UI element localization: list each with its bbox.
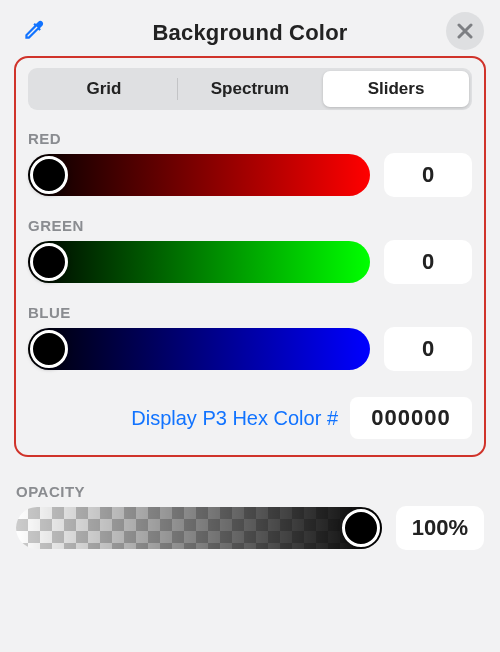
green-channel: GREEN 0 — [28, 217, 472, 284]
blue-channel: BLUE 0 — [28, 304, 472, 371]
tab-grid[interactable]: Grid — [31, 71, 177, 107]
picker-mode-segmented[interactable]: Grid Spectrum Sliders — [28, 68, 472, 110]
blue-value: 0 — [422, 336, 434, 362]
channel-label: RED — [28, 130, 472, 147]
channel-label: GREEN — [28, 217, 472, 234]
tab-label: Sliders — [368, 79, 425, 99]
red-value-field[interactable]: 0 — [384, 153, 472, 197]
opacity-label: OPACITY — [16, 483, 484, 500]
tab-spectrum[interactable]: Spectrum — [177, 71, 323, 107]
color-space-hex-button[interactable]: Display P3 Hex Color # — [131, 407, 338, 430]
red-slider-track[interactable] — [28, 154, 370, 196]
opacity-value-field[interactable]: 100% — [396, 506, 484, 550]
tab-sliders[interactable]: Sliders — [323, 71, 469, 107]
blue-value-field[interactable]: 0 — [384, 327, 472, 371]
eyedropper-button[interactable] — [18, 14, 50, 46]
red-channel: RED 0 — [28, 130, 472, 197]
blue-slider-track[interactable] — [28, 328, 370, 370]
opacity-gradient — [16, 507, 382, 549]
hex-value-field[interactable]: 000000 — [350, 397, 472, 439]
green-value: 0 — [422, 249, 434, 275]
tab-label: Spectrum — [211, 79, 289, 99]
color-picker-panel: Background Color Grid Spectrum Sliders R… — [0, 0, 500, 550]
hex-value: 000000 — [371, 405, 450, 431]
green-value-field[interactable]: 0 — [384, 240, 472, 284]
blue-slider-knob[interactable] — [30, 330, 68, 368]
red-slider-knob[interactable] — [30, 156, 68, 194]
sliders-highlight-box: Grid Spectrum Sliders RED 0 GREEN — [14, 56, 486, 457]
channel-label: BLUE — [28, 304, 472, 321]
close-button[interactable] — [446, 12, 484, 50]
eyedropper-icon — [21, 17, 47, 43]
hex-row: Display P3 Hex Color # 000000 — [28, 397, 472, 439]
tab-label: Grid — [87, 79, 122, 99]
opacity-section: OPACITY 100% — [14, 483, 486, 550]
opacity-value: 100% — [412, 515, 468, 541]
opacity-slider-track[interactable] — [16, 507, 382, 549]
red-value: 0 — [422, 162, 434, 188]
green-slider-knob[interactable] — [30, 243, 68, 281]
close-icon — [457, 23, 473, 39]
opacity-slider-knob[interactable] — [342, 509, 380, 547]
panel-title: Background Color — [152, 20, 347, 46]
green-slider-track[interactable] — [28, 241, 370, 283]
header: Background Color — [14, 10, 486, 56]
